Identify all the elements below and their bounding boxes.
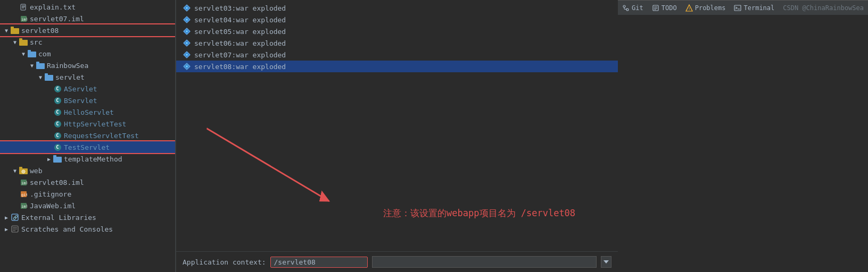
iml-file-icon: iml [19,201,28,210]
app-context-input[interactable] [274,258,364,266]
svg-rect-10 [28,52,36,57]
war-exploded-icon [183,27,191,36]
tree-item-web[interactable]: ▼ web [0,165,175,176]
problems-button[interactable]: ! Problems [685,4,726,12]
war-exploded-icon [183,62,191,71]
tree-item-label: servlet07.iml [30,15,84,23]
tree-item-label: JavaWeb.iml [30,202,76,210]
tree-item-helloservlet[interactable]: C HelloServlet [0,106,175,118]
app-context-label: Application context: [183,258,266,266]
svg-marker-55 [604,260,609,264]
expand-arrow-icon: ▶ [2,215,11,220]
tree-item-servlet08-iml[interactable]: iml servlet08.iml [0,176,175,188]
tree-item-servlet[interactable]: ▼ servlet [0,71,175,83]
svg-text:iml: iml [21,18,27,22]
tree-item-aservlet[interactable]: C AServlet [0,83,175,95]
svg-rect-19 [19,167,22,169]
git-button[interactable]: Git [622,4,643,12]
tree-item-templatemethod[interactable]: ▶ templateMethod [0,153,175,165]
deployment-list: servlet03:war exploded servlet04:war exp… [176,0,618,74]
tree-item-gitignore[interactable]: git .gitignore [0,188,175,200]
expand-arrow-icon: ▼ [36,74,45,80]
csdn-credit: CSDN @ChinaRainbowSea [783,4,864,12]
tree-item-rainbowsea[interactable]: ▼ RainbowSea [0,60,175,71]
class-icon: C [53,143,62,151]
problems-label: Problems [695,4,726,12]
deploy-item-label: servlet07:war exploded [194,51,286,59]
folder-icon [36,61,45,70]
external-libs-icon: 🔗 [11,213,19,222]
svg-rect-11 [28,50,31,52]
tree-item-servlet07-iml[interactable]: iml servlet07.iml [0,13,175,24]
svg-point-43 [186,30,188,32]
deploy-item-label: servlet06:war exploded [194,39,286,47]
tree-item-label: External Libraries [21,214,96,222]
war-exploded-icon [183,50,191,59]
git-label: Git [632,4,643,12]
svg-rect-17 [53,155,56,157]
tree-item-servlet08[interactable]: ▼ servlet08 [0,24,175,36]
svg-rect-13 [36,62,39,64]
svg-text:🔗: 🔗 [13,215,18,220]
tree-item-external-libraries[interactable]: ▶ 🔗 External Libraries [0,211,175,223]
app-context-row: Application context: [176,251,618,272]
tree-item-explain-txt[interactable]: explain.txt [0,1,175,13]
annotation-text: 注意：该设置的webapp项目名为 /servlet08 [383,207,575,219]
tree-item-scratches[interactable]: ▶ Scratches and Consoles [0,223,175,235]
tree-item-label: HelloServlet [64,108,114,116]
tree-item-com[interactable]: ▼ com [0,48,175,60]
deploy-item-label: servlet04:war exploded [194,16,286,24]
deploy-item-servlet07[interactable]: servlet07:war exploded [176,49,618,61]
web-folder-icon [19,166,28,175]
tree-item-label: HttpServletTest [64,120,126,128]
tree-item-label: TestServlet [64,143,110,151]
app-context-dropdown[interactable] [601,256,611,268]
tree-item-label: AServlet [64,85,97,93]
svg-rect-15 [45,73,48,75]
folder-icon [28,49,36,58]
expand-arrow-icon: ▼ [19,51,28,57]
deploy-item-servlet05[interactable]: servlet05:war exploded [176,26,618,37]
deploy-item-servlet03[interactable]: servlet03:war exploded [176,2,618,14]
tree-item-label: web [30,167,42,175]
bottom-bar: Git TODO ! Problems Terminal CSDN @China… [618,0,868,15]
tree-item-httpservlettest[interactable]: C HttpServletTest [0,118,175,130]
expand-arrow-icon: ▼ [2,28,11,33]
deploy-item-label: servlet05:war exploded [194,28,286,36]
class-icon: C [53,84,62,93]
tree-item-label: RequestServletTest [64,132,139,140]
terminal-label: Terminal [743,4,774,12]
tree-item-label: servlet [55,73,85,81]
tree-item-bservlet[interactable]: C BServlet [0,95,175,106]
tree-item-label: explain.txt [30,3,76,11]
svg-rect-8 [19,40,28,46]
svg-rect-14 [45,75,53,81]
deploy-item-label: servlet08:war exploded [194,63,286,71]
iml-file-icon: iml [19,178,28,186]
svg-text:iml: iml [21,181,27,185]
todo-button[interactable]: TODO [652,4,677,12]
class-icon: C [53,131,62,140]
project-tree: explain.txt iml servlet07.iml ▼ [0,0,175,272]
app-context-input-wrapper [270,257,368,268]
module-folder-icon [11,26,19,35]
svg-point-40 [186,19,188,21]
tree-item-javaweb-iml[interactable]: iml JavaWeb.iml [0,200,175,211]
tree-item-requestservlettest[interactable]: C RequestServletTest [0,130,175,141]
terminal-button[interactable]: Terminal [734,4,774,12]
right-panel: servlet03:war exploded servlet04:war exp… [176,0,618,272]
svg-point-52 [186,65,188,67]
expand-arrow-icon: ▶ [2,226,11,232]
deploy-item-servlet08[interactable]: servlet08:war exploded [176,61,618,72]
class-icon: C [53,120,62,128]
svg-text:git: git [21,193,27,197]
tree-item-src[interactable]: ▼ src [0,36,175,48]
svg-text:!: ! [689,6,690,11]
expand-arrow-icon: ▼ [11,39,19,45]
svg-rect-16 [53,157,62,163]
deploy-item-servlet04[interactable]: servlet04:war exploded [176,14,618,26]
svg-point-37 [186,7,188,9]
terminal-icon [734,4,741,12]
deploy-item-servlet06[interactable]: servlet06:war exploded [176,37,618,49]
tree-item-testservlet[interactable]: C TestServlet [0,141,175,153]
